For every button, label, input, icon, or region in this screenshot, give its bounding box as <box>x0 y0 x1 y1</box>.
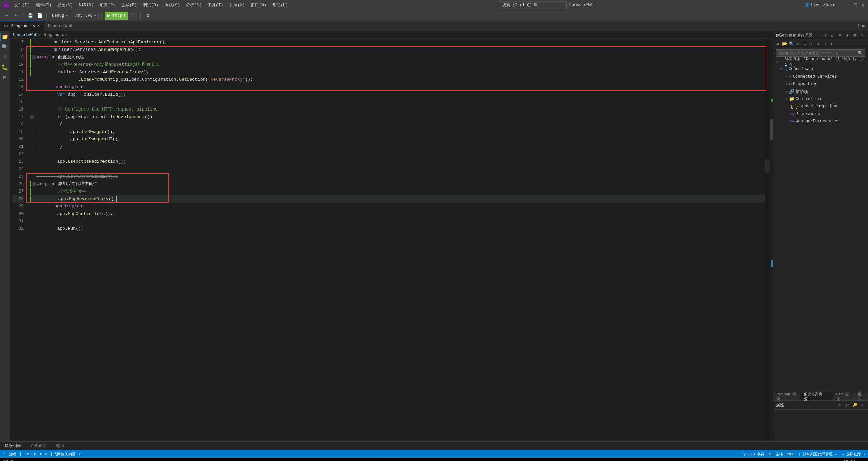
tab-notifications[interactable]: 通知 <box>854 393 868 400</box>
tab-python-env[interactable]: Python 环境 <box>773 393 800 400</box>
minimize-button[interactable]: − <box>846 3 850 7</box>
code-line-13: #endregion <box>30 83 765 91</box>
menu-extensions[interactable]: 扩展(X) <box>227 2 248 9</box>
file-explorer-taskbar[interactable]: 📁 <box>404 459 415 461</box>
vs-taskbar[interactable]: 💜 <box>449 459 459 461</box>
maximize-button[interactable]: □ <box>853 3 858 7</box>
activity-explorer[interactable]: 📁 <box>0 33 9 41</box>
toolbar-icon-5[interactable]: ⊙ <box>802 41 808 47</box>
menu-view[interactable]: 视图(V) <box>55 2 76 9</box>
region-collapse-2[interactable]: − <box>32 182 36 186</box>
toolbar-icon-2[interactable]: 📂 <box>781 41 788 47</box>
code-scroll-area[interactable]: builder.Services.AddEndpointsApiExplorer… <box>26 39 773 441</box>
select-repo[interactable]: → 选择仓库 ↗ <box>842 452 865 457</box>
tab-output[interactable]: 输出 <box>52 442 69 450</box>
menu-debug[interactable]: 调试(D) <box>140 2 161 9</box>
tab-program-cs[interactable]: C# Program.cs × <box>0 21 44 31</box>
menu-test[interactable]: 测试(S) <box>162 2 183 9</box>
toolbar-icon-9[interactable]: ▸ <box>829 41 835 47</box>
toolbar-icon-6[interactable]: ▸ <box>809 41 815 47</box>
properties-title: 属性 <box>776 402 784 408</box>
save-button[interactable]: 💾 <box>26 12 34 20</box>
settings-icon[interactable]: ⚙ <box>844 33 850 39</box>
dock-icon[interactable]: ⊡ <box>852 33 858 39</box>
tree-item-connected-services[interactable]: ▷ ⚡ Connected Services <box>773 73 868 80</box>
solution-search[interactable]: 搜索解决方案资源管理器(Ctrl+;) 🔍 <box>776 49 865 57</box>
status-sep2: | <box>85 452 87 456</box>
menu-window[interactable]: 窗口(W) <box>248 2 269 9</box>
menu-edit[interactable]: 编辑(E) <box>33 2 54 9</box>
code-line-18: { <box>30 121 765 128</box>
new-file-button[interactable]: 📄 <box>36 12 44 20</box>
edge-browser-taskbar[interactable]: 🌐 <box>419 459 430 461</box>
region-collapse-1[interactable]: − <box>32 55 36 59</box>
toolbar-icon-8[interactable]: ◂ <box>822 41 828 47</box>
editor-icon-1[interactable]: ⋮ <box>857 23 861 28</box>
menu-analyze[interactable]: 分析(N) <box>183 2 204 9</box>
tab-git-changes[interactable]: Git 更改 <box>833 393 854 400</box>
tree-item-weather-cs[interactable]: C# WeatherForecast.cs <box>773 118 868 125</box>
tree-item-deps[interactable]: ▷ 🔗 依赖项 <box>773 88 868 95</box>
tab-close-button[interactable]: × <box>37 23 40 29</box>
live-share-button[interactable]: 👤 Live Share <box>802 2 838 8</box>
toolbar-icon-4[interactable]: ↺ <box>795 41 801 47</box>
platform-dropdown[interactable]: Any CPU ▾ <box>73 12 99 19</box>
region-collapse-if[interactable]: − <box>30 115 34 119</box>
properties-close[interactable]: × <box>859 402 865 408</box>
tab-solution-resources[interactable]: 解决方案资源... <box>800 393 833 400</box>
tab-command-window[interactable]: 命令窗口 <box>26 442 52 450</box>
filter-icon[interactable]: ≡ <box>837 33 843 39</box>
close-panel-icon[interactable]: × <box>859 33 865 39</box>
menu-project[interactable]: 项目(P) <box>97 2 118 9</box>
tab-error-list[interactable]: 错误列表 <box>0 442 26 450</box>
menu-tools[interactable]: 工具(T) <box>205 2 226 9</box>
firefox-taskbar[interactable]: 🦊 <box>434 459 445 461</box>
solution-toolbar: ⊞ 📂 🔍 ↺ ⊙ ▸ ▴ ◂ ▸ <box>773 40 868 48</box>
activity-debug[interactable]: 🐛 <box>0 63 9 72</box>
status-right: 行: 28 字符: 23 空格 CRLF ↑ 添加到源代码管理 → → 选择仓库… <box>742 452 865 457</box>
tree-item-properties[interactable]: ▷ ⚙ Properties <box>773 80 868 88</box>
code-line-22 <box>30 151 765 158</box>
toolbar-icon-1[interactable]: ⊞ <box>775 41 781 47</box>
menu-build[interactable]: 生成(B) <box>119 2 140 9</box>
tree-item-appsettings[interactable]: { } appsettings.json <box>773 103 868 110</box>
add-source[interactable]: ↑ 添加到源代码管理 → <box>798 452 837 457</box>
activity-extensions[interactable]: ⊞ <box>0 73 9 82</box>
activity-git[interactable]: ⑂ <box>0 53 9 62</box>
sync-icon[interactable]: ⟳ <box>822 33 828 39</box>
editor-icon-2[interactable]: ⊡ <box>862 23 865 28</box>
code-line-25: app.UseAuthorization(); <box>30 173 765 180</box>
windows-button[interactable]: ⊞ <box>360 459 371 461</box>
toolbar-more[interactable]: ⚙ <box>144 12 152 20</box>
tree-item-controllers[interactable]: ▷ 📁 Controllers <box>773 95 868 103</box>
debug-mode-dropdown[interactable]: Debug ▾ <box>50 12 70 19</box>
live-share-label: Live Share <box>811 3 835 7</box>
run-button[interactable]: ▶ https <box>105 12 128 20</box>
toolbar-sep-2 <box>46 13 47 19</box>
search-box[interactable]: 搜索 (Ctrl+Q) 🔍 <box>499 1 567 9</box>
undo-button[interactable]: ↩ <box>3 12 11 20</box>
status-separator: | <box>19 452 22 456</box>
breadcrumb: ConsoleWeb › Program.cs <box>10 31 773 39</box>
menu-help[interactable]: 帮助(H) <box>270 2 291 9</box>
properties-icon-3[interactable]: 🔑 <box>852 402 858 408</box>
tree-item-solution[interactable]: ▷ ⬡ 解决方案 'ConsoleWeb' (1 个项目, 共 1 个) <box>773 58 868 65</box>
breadcrumb-text: ConsoleWeb <box>13 33 37 37</box>
breadcrumb-file: Program.cs <box>42 33 67 37</box>
vertical-scrollbar[interactable] <box>770 39 773 441</box>
menu-file[interactable]: 文件(F) <box>12 2 33 9</box>
code-line-14: var app = builder.Build(); <box>30 91 765 98</box>
close-button[interactable]: × <box>861 3 865 7</box>
toolbar-icon-3[interactable]: 🔍 <box>788 41 794 47</box>
home-icon[interactable]: ⌂ <box>829 33 835 39</box>
scrollbar-thumb[interactable] <box>770 119 773 140</box>
properties-icon-1[interactable]: ⊞ <box>837 402 843 408</box>
activity-search[interactable]: 🔍 <box>0 43 9 52</box>
properties-icon-2[interactable]: ⊡ <box>844 402 850 408</box>
stop-button[interactable]: ⬛ <box>130 12 138 20</box>
redo-button[interactable]: ↪ <box>12 12 20 20</box>
toolbar-icon-7[interactable]: ▴ <box>815 41 822 47</box>
tree-item-program-cs[interactable]: C# Program.cs <box>773 110 868 118</box>
code-line-16: // Configure the HTTP request pipeline. <box>30 106 765 113</box>
menu-git[interactable]: Git(G) <box>76 2 96 9</box>
